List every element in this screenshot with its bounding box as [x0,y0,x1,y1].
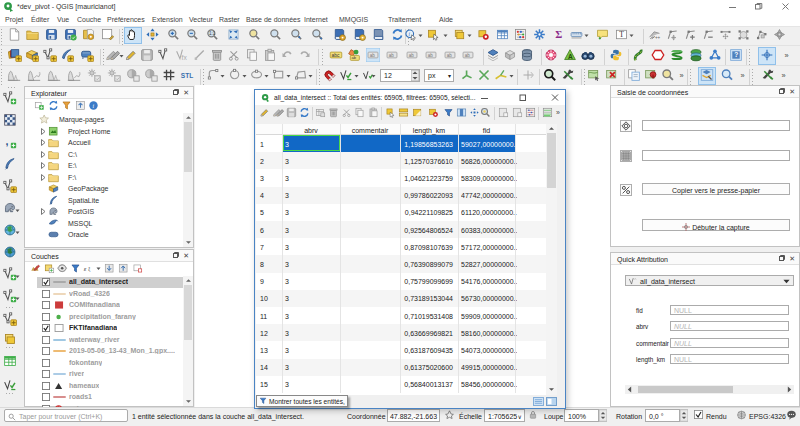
svg-text:ab: ab [428,53,434,58]
svg-text:fx: fx [182,54,188,61]
svg-text:A: A [568,53,573,60]
svg-text:,: , [5,135,8,147]
svg-text:STL: STL [181,72,193,79]
svg-text:ξ: ξ [88,267,90,272]
svg-text:?: ? [734,51,738,58]
svg-text:»: » [740,71,744,80]
svg-text:ab: ab [389,53,395,58]
svg-text:»: » [679,71,683,80]
svg-text:ab: ab [447,53,453,58]
svg-text:Σ: Σ [555,28,562,40]
svg-text:1:1: 1:1 [209,31,216,36]
svg-text:ab: ab [352,55,357,60]
svg-text:T: T [619,30,624,39]
svg-text:ab: ab [409,53,415,58]
svg-text:abc: abc [331,53,339,58]
svg-text:»: » [781,71,785,80]
svg-text:ab: ab [370,53,376,58]
svg-text:++: ++ [655,35,661,40]
svg-text:ε: ε [84,266,87,272]
svg-text:ab: ab [465,53,471,58]
svg-text:»: » [784,51,788,60]
